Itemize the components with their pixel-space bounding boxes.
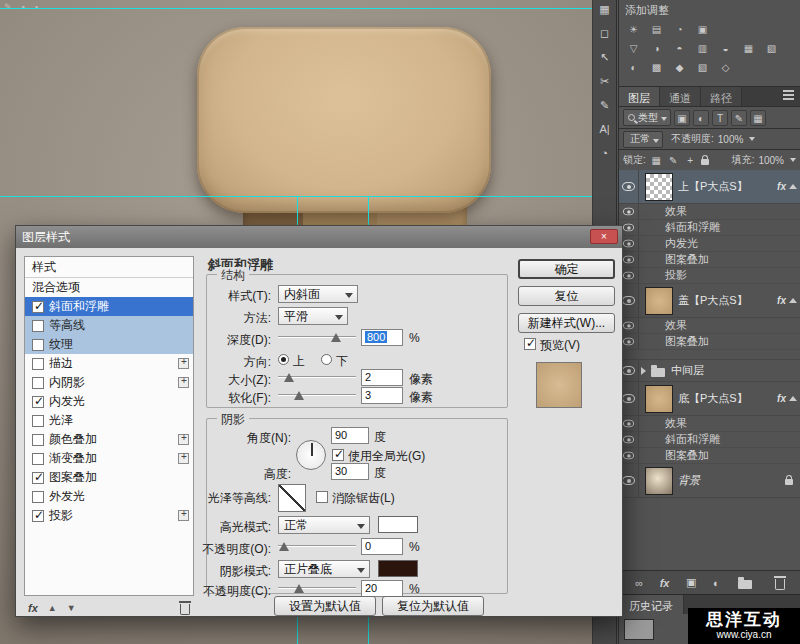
layer-row[interactable]: 底【P大点S】 fx [619, 382, 800, 416]
tab-history[interactable]: 历史记录 [619, 595, 684, 614]
layer-thumbnail[interactable] [645, 467, 673, 495]
soften-slider[interactable] [278, 388, 356, 402]
tab-paths[interactable]: 路径 [701, 87, 742, 106]
fx-menu-icon[interactable]: fx [28, 602, 38, 614]
altitude-input[interactable]: 30 [331, 463, 369, 480]
highlight-mode-dropdown[interactable]: 正常 [278, 516, 370, 534]
expand-group-icon[interactable] [641, 367, 646, 375]
move-down-icon[interactable]: ▼ [67, 603, 76, 613]
tool-icon[interactable]: ▦ [599, 3, 609, 15]
filter-type-dropdown[interactable]: 类型 [623, 109, 671, 126]
checkbox[interactable] [32, 434, 44, 446]
visibility-eye-icon[interactable] [623, 272, 634, 280]
fx-badge[interactable]: fx [777, 181, 786, 192]
style-item-contour[interactable]: 等高线 [25, 316, 193, 335]
tab-layers[interactable]: 图层 [619, 87, 660, 106]
dialog-titlebar[interactable]: 图层样式 × [16, 226, 622, 248]
fx-badge[interactable]: fx [777, 295, 786, 306]
effect-row[interactable]: 斜面和浮雕 [619, 220, 800, 236]
style-item-outer-glow[interactable]: 外发光 [25, 487, 193, 506]
adjustment-icon[interactable]: ▤ [647, 23, 666, 37]
visibility-eye-icon[interactable] [623, 452, 634, 460]
adjustment-icon[interactable]: ▥ [693, 42, 712, 56]
shadow-opacity-slider[interactable] [278, 581, 356, 595]
set-default-button[interactable]: 设置为默认值 [274, 596, 376, 616]
checkbox[interactable] [32, 510, 44, 522]
visibility-eye-icon[interactable] [622, 394, 635, 403]
effect-row[interactable]: 图案叠加 [619, 252, 800, 268]
effect-row[interactable]: 效果 [619, 318, 800, 334]
angle-dial[interactable] [296, 440, 326, 470]
checkbox[interactable] [32, 377, 44, 389]
layer-name[interactable]: 上【P大点S】 [678, 179, 777, 194]
lock-all-icon[interactable] [701, 159, 709, 165]
panel-menu-icon[interactable] [783, 94, 794, 96]
effect-row[interactable]: 效果 [619, 416, 800, 432]
visibility-eye-icon[interactable] [623, 208, 634, 216]
type-tool-icon[interactable]: A| [599, 123, 609, 135]
adjustment-icon[interactable]: ▩ [647, 61, 666, 75]
adjustment-icon[interactable]: ◑ [647, 42, 666, 56]
effect-row[interactable]: 斜面和浮雕 [619, 432, 800, 448]
filter-adjustment-icon[interactable]: ◐ [693, 110, 709, 126]
style-item-pattern-overlay[interactable]: 图案叠加 [25, 468, 193, 487]
visibility-eye-icon[interactable] [622, 182, 635, 191]
adjustment-icon[interactable]: ▧ [762, 42, 781, 56]
style-item-stroke[interactable]: 描边 [25, 354, 193, 373]
style-item-texture[interactable]: 纹理 [25, 335, 193, 354]
depth-input[interactable]: 800 [361, 329, 403, 346]
reset-default-button[interactable]: 复位为默认值 [382, 596, 484, 616]
visibility-eye-icon[interactable] [623, 436, 634, 444]
guide-horizontal-middle[interactable] [0, 196, 592, 197]
tool-icon[interactable]: ↖ [600, 51, 609, 63]
adjustment-icon[interactable]: ◐ [624, 61, 643, 75]
add-instance-icon[interactable] [178, 434, 189, 445]
tool-icon[interactable]: ✎ [600, 99, 609, 111]
checkbox[interactable] [32, 453, 44, 465]
visibility-eye-icon[interactable] [622, 476, 635, 485]
adjustment-icon[interactable]: ☀ [624, 23, 643, 37]
checkbox[interactable] [32, 358, 44, 370]
effect-row[interactable]: 图案叠加 [619, 334, 800, 350]
layer-row[interactable]: 上【P大点S】 fx [619, 170, 800, 204]
direction-up-radio[interactable] [278, 354, 289, 365]
shadow-opacity-input[interactable]: 20 [361, 580, 403, 597]
close-icon[interactable]: × [590, 229, 618, 244]
style-item-blending-options[interactable]: 混合选项 [25, 278, 193, 297]
effect-row[interactable]: 内发光 [619, 236, 800, 252]
size-input[interactable]: 2 [361, 369, 403, 386]
effect-row[interactable]: 图案叠加 [619, 448, 800, 464]
highlight-opacity-slider[interactable] [278, 539, 356, 553]
filter-smart-object-icon[interactable]: ▦ [750, 110, 766, 126]
global-light-checkbox[interactable] [332, 449, 344, 461]
layer-name[interactable]: 盖【P大点S】 [678, 293, 777, 308]
style-item-bevel-emboss[interactable]: 斜面和浮雕 [25, 297, 193, 316]
highlight-color-swatch[interactable] [378, 516, 418, 533]
highlight-opacity-input[interactable]: 0 [361, 538, 403, 555]
effect-row[interactable]: 投影 [619, 268, 800, 284]
style-item-drop-shadow[interactable]: 投影 [25, 506, 193, 525]
style-item-color-overlay[interactable]: 颜色叠加 [25, 430, 193, 449]
adjustment-icon[interactable]: ◒ [716, 42, 735, 56]
filter-pixel-icon[interactable]: ▣ [674, 110, 690, 126]
visibility-eye-icon[interactable] [623, 338, 634, 346]
preview-checkbox[interactable] [524, 338, 536, 350]
add-mask-icon[interactable]: ▣ [686, 576, 696, 589]
size-slider[interactable] [278, 370, 356, 384]
visibility-eye-icon[interactable] [622, 296, 635, 305]
lock-transparent-icon[interactable]: ▦ [650, 155, 663, 166]
fill-value[interactable]: 100% [758, 155, 784, 166]
move-up-icon[interactable]: ▲ [48, 603, 57, 613]
collapse-effects-icon[interactable] [789, 184, 797, 189]
adjustment-icon[interactable]: ▣ [693, 23, 712, 37]
visibility-eye-icon[interactable] [623, 420, 634, 428]
lock-position-icon[interactable]: + [684, 155, 697, 166]
visibility-eye-icon[interactable] [623, 322, 634, 330]
filter-shape-icon[interactable]: ✎ [731, 110, 747, 126]
visibility-eye-icon[interactable] [622, 366, 635, 375]
visibility-eye-icon[interactable] [623, 240, 634, 248]
new-style-button[interactable]: 新建样式(W)... [518, 313, 615, 333]
guide-horizontal-top[interactable] [0, 8, 592, 9]
visibility-eye-icon[interactable] [623, 256, 634, 264]
adjustment-icon[interactable]: ◓ [670, 42, 689, 56]
